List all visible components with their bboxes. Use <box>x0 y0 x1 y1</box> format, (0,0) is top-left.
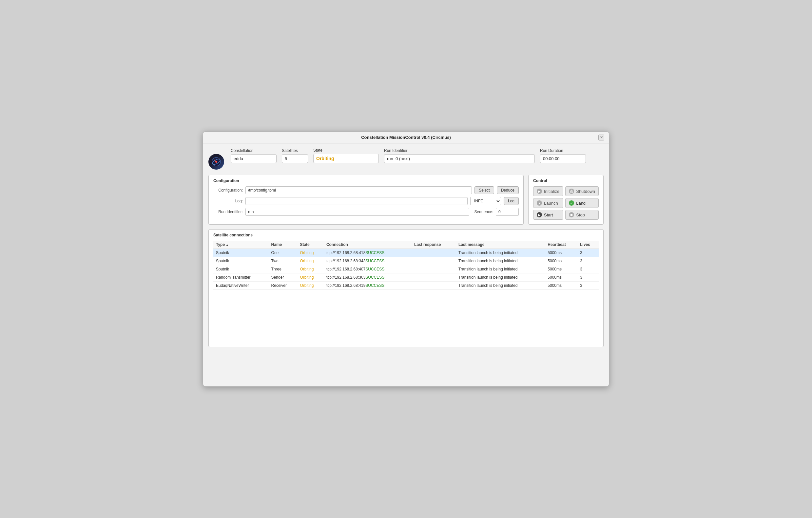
run-identifier-form-input[interactable] <box>245 208 469 216</box>
log-label: Log: <box>213 199 243 203</box>
cell-name: Three <box>269 265 297 273</box>
state-field-group: State Orbiting <box>313 148 379 163</box>
cell-last-message: Transition launch is being initiated <box>456 273 545 282</box>
cell-last-response <box>412 273 456 282</box>
cell-connection: tcp://192.168.2.68:363SUCCESS <box>324 273 412 282</box>
start-label: Start <box>544 213 553 217</box>
initialize-button[interactable]: ▶ Initialize <box>533 186 563 196</box>
cell-lives: 3 <box>577 273 599 282</box>
cell-connection: tcp://192.168.2.68:418SUCCESS <box>324 249 412 257</box>
constellation-input[interactable] <box>231 154 277 163</box>
sequence-input[interactable] <box>496 208 519 216</box>
log-level-select[interactable]: INFO DEBUG WARNING ERROR <box>470 197 501 205</box>
cell-lives: 3 <box>577 249 599 257</box>
control-title: Control <box>533 178 599 183</box>
col-connection[interactable]: Connection <box>324 241 412 249</box>
cell-connection: tcp://192.168.2.68:407SUCCESS <box>324 265 412 273</box>
cell-last-message: Transition launch is being initiated <box>456 257 545 265</box>
select-button[interactable]: Select <box>474 186 494 194</box>
cell-heartbeat: 5000ms <box>545 273 577 282</box>
shutdown-button[interactable]: ⏻ Shutdown <box>565 186 599 196</box>
initialize-icon: ▶ <box>537 189 542 194</box>
log-input[interactable] <box>245 197 468 205</box>
cell-last-message: Transition launch is being initiated <box>456 249 545 257</box>
cell-state: Orbiting <box>297 249 323 257</box>
table-row[interactable]: Sputnik Three Orbiting tcp://192.168.2.6… <box>213 265 599 273</box>
cell-state: Orbiting <box>297 273 323 282</box>
start-button[interactable]: ▶ Start <box>533 210 563 220</box>
run-identifier-row: Run Identifier: Sequence: <box>213 208 519 216</box>
cell-last-message: Transition launch is being initiated <box>456 282 545 290</box>
cell-heartbeat: 5000ms <box>545 249 577 257</box>
constellation-field-group: Constellation <box>231 148 277 163</box>
table-row[interactable]: RandomTransmitter Sender Orbiting tcp://… <box>213 273 599 282</box>
cell-last-response <box>412 265 456 273</box>
run-identifier-label: Run Identifier <box>384 148 535 153</box>
shutdown-icon: ⏻ <box>569 189 574 194</box>
app-logo <box>208 154 224 170</box>
col-lives[interactable]: Lives <box>577 241 599 249</box>
cell-connection: tcp://192.168.2.68:419SUCCESS <box>324 282 412 290</box>
configuration-panel: Configuration Configuration: Select Dedu… <box>208 175 524 224</box>
satellite-table: Type Name State Connection Last response… <box>213 241 599 290</box>
col-name[interactable]: Name <box>269 241 297 249</box>
cell-type: Sputnik <box>213 257 269 265</box>
stop-button[interactable]: ⏹ Stop <box>565 210 599 220</box>
table-row[interactable]: Sputnik Two Orbiting tcp://192.168.2.68:… <box>213 257 599 265</box>
stop-icon: ⏹ <box>569 212 574 217</box>
col-state[interactable]: State <box>297 241 323 249</box>
table-row[interactable]: EudaqNativeWriter Receiver Orbiting tcp:… <box>213 282 599 290</box>
cell-name: Sender <box>269 273 297 282</box>
cell-heartbeat: 5000ms <box>545 282 577 290</box>
run-duration-input[interactable] <box>540 154 586 163</box>
cell-type: RandomTransmitter <box>213 273 269 282</box>
table-row[interactable]: Sputnik One Orbiting tcp://192.168.2.68:… <box>213 249 599 257</box>
main-content: Constellation Satellites State Orbiting … <box>203 144 609 352</box>
log-button[interactable]: Log <box>504 197 519 205</box>
land-label: Land <box>576 201 586 206</box>
control-buttons-grid: ▶ Initialize ⏻ Shutdown ▲ Launch ✓ Land <box>533 186 599 220</box>
cell-name: Two <box>269 257 297 265</box>
header-fields: Constellation Satellites State Orbiting … <box>231 148 604 163</box>
launch-button[interactable]: ▲ Launch <box>533 198 563 208</box>
window-title: Constellation MissionControl v0.4 (Circi… <box>361 135 451 140</box>
control-panel: Control ▶ Initialize ⏻ Shutdown ▲ Launch <box>528 175 604 224</box>
land-button[interactable]: ✓ Land <box>565 198 599 208</box>
cell-last-response <box>412 249 456 257</box>
deduce-button[interactable]: Deduce <box>497 186 519 194</box>
cell-lives: 3 <box>577 282 599 290</box>
close-button[interactable]: ✕ <box>598 134 604 141</box>
col-heartbeat[interactable]: Heartbeat <box>545 241 577 249</box>
run-duration-field-group: Run Duration <box>540 148 586 163</box>
titlebar: Constellation MissionControl v0.4 (Circi… <box>203 132 609 144</box>
logo-area <box>208 148 224 170</box>
cell-state: Orbiting <box>297 282 323 290</box>
cell-heartbeat: 5000ms <box>545 257 577 265</box>
satellite-connections-panel: Satellite connections Type Name State Co… <box>208 229 604 347</box>
cell-last-response <box>412 282 456 290</box>
configuration-title: Configuration <box>213 178 519 183</box>
cell-connection: tcp://192.168.2.68:343SUCCESS <box>324 257 412 265</box>
satellites-input[interactable] <box>282 154 308 163</box>
config-control-row: Configuration Configuration: Select Dedu… <box>208 175 604 229</box>
col-last-response[interactable]: Last response <box>412 241 456 249</box>
header-row: Constellation Satellites State Orbiting … <box>208 148 604 170</box>
state-label: State <box>313 148 379 153</box>
cell-last-response <box>412 257 456 265</box>
initialize-label: Initialize <box>544 189 559 194</box>
run-duration-label: Run Duration <box>540 148 586 153</box>
satellites-label: Satellites <box>282 148 308 153</box>
run-identifier-input[interactable] <box>384 154 535 163</box>
config-form: Configuration: Select Deduce Log: INFO D… <box>213 186 519 216</box>
run-identifier-form-label: Run Identifier: <box>213 210 243 214</box>
config-path-label: Configuration: <box>213 188 243 192</box>
col-type[interactable]: Type <box>213 241 269 249</box>
col-last-message[interactable]: Last message <box>456 241 545 249</box>
land-icon: ✓ <box>569 201 574 206</box>
shutdown-label: Shutdown <box>576 189 595 194</box>
satellites-field-group: Satellites <box>282 148 308 163</box>
cell-heartbeat: 5000ms <box>545 265 577 273</box>
cell-name: One <box>269 249 297 257</box>
start-icon: ▶ <box>537 212 542 217</box>
config-path-input[interactable] <box>245 186 472 194</box>
